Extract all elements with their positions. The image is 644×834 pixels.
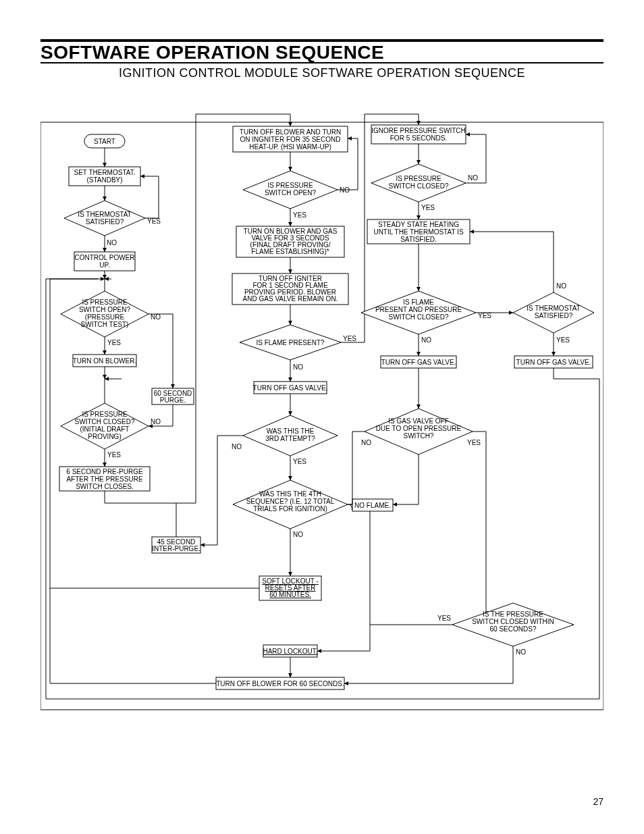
edge-no: NO [293,531,303,538]
node-ps60s-1: IS THE PRESSURE [483,610,543,618]
node-interpurge-2: INTER-PURGE. [152,545,200,552]
node-flame-ps-2: PRESENT AND PRESSURE [375,306,462,313]
node-ps-closed-b2: SWITCH CLOSED? [389,182,449,190]
node-ignore-2: FOR 5 SECONDS. [390,134,447,142]
node-purge60-2: PURGE. [160,396,186,404]
node-flame: IS FLAME PRESENT? [256,339,325,346]
page-subtitle: IGNITION CONTROL MODULE SOFTWARE OPERATI… [0,66,644,80]
node-ps-closed-3: (INITIAL DRAFT [80,425,130,433]
node-prepurge-1: 6 SECOND PRE-PURGE [66,468,143,475]
node-ctrlpu-1: CONTROL POWER [74,254,134,261]
node-offign-4: AND GAS VALVE REMAIN ON. [243,295,338,303]
edge-yes: YES [343,335,356,342]
edge-yes: YES [556,336,570,344]
edge-no: NO [151,313,161,321]
node-ps-closed-b1: IS PRESSURE [396,175,441,182]
node-th-sat-1: IS THERMOSTAT [78,211,131,218]
node-ps60s-2: SWITCH CLOSED WITHIN [472,618,554,625]
node-ps-open-b2: SWITCH OPEN? [265,189,317,197]
node-th-sat-2: SATISFIED? [86,218,124,226]
node-gasoff-ps-2: DUE TO OPEN PRESSURE [376,425,462,432]
node-offgas-c: TURN OFF GAS VALVE. [381,359,456,366]
node-igniter-1: TURN OFF BLOWER AND TURN [240,128,341,136]
node-offgas-b: TURN OFF GAS VALVE. [253,384,328,392]
node-igniter-2: ON INGNITER FOR 35 SECOND [240,136,341,143]
node-gasoff-ps-1: IS GAS VALVE OFF [388,417,449,425]
node-ps60s-3: 60 SECONDS? [490,625,537,633]
node-ps-open-2: SWITCH OPEN? [79,306,131,313]
node-softlock-3: 60 MINUTES. [269,591,311,598]
node-start: START [94,138,115,145]
edge-no: NO [556,282,566,290]
node-steady-2: UNTIL THE THERMOSTAT IS [373,228,463,236]
node-steady-1: STEADY STATE HEATING [378,221,459,228]
node-was3rd-2: 3RD ATTEMPT? [265,435,315,442]
edge-no: NO [232,443,242,450]
node-ignore-1: IGNORE PRESSURE SWITCH [371,127,465,134]
node-flame-ps-3: SWITCH CLOSED? [389,313,449,321]
node-blower60: TURN OFF BLOWER FOR 60 SECONDS. [216,680,344,687]
node-was4th-1: WAS THIS THE 4TH [259,490,321,498]
edge-no: NO [421,336,431,344]
node-gasoff-ps-3: SWITCH? [404,432,434,440]
node-offgas-d: TURN OFF GAS VALVE. [516,359,591,366]
node-gas3s-4: FLAME ESTABLISHING)* [251,248,329,255]
edge-no: NO [361,439,371,446]
edge-yes: YES [437,615,451,622]
node-noflame: NO FLAME. [354,502,391,509]
edge-yes: YES [107,339,121,346]
node-ps-open-b1: IS PRESSURE [267,182,313,189]
edge-no: NO [151,418,161,425]
node-set-thermostat-1: SET THERMOSTAT. [74,169,136,176]
edge-no: NO [468,174,478,182]
node-prepurge-3: SWITCH CLOSES. [76,483,134,490]
node-turn-on-blower: TURN ON BLOWER. [73,357,136,365]
node-ps-closed-1: IS PRESSURE [82,411,128,418]
node-th-sat-r2: SATISFIED? [535,312,573,319]
edge-yes: YES [478,312,491,319]
node-prepurge-2: AFTER THE PRESSURE [66,475,142,483]
edge-yes: YES [293,458,306,465]
node-was4th-3: TRIALS FOR IGNITION) [253,505,327,513]
node-ps-open-1: IS PRESSURE [82,298,128,306]
edge-yes: YES [107,451,121,459]
node-th-sat-r1: IS THERMOSTAT [527,305,580,312]
node-ps-open-3: (PRESSURE [85,313,125,321]
edge-yes: YES [421,204,435,211]
edge-yes: YES [467,439,481,446]
node-igniter-3: HEAT-UP. (HSI WARM-UP) [249,143,331,151]
node-ps-closed-2: SWITCH CLOSED? [75,418,135,425]
node-ps-open-4: SWITCH TEST) [81,321,129,328]
node-was3rd-1: WAS THIS THE [267,427,315,435]
node-set-thermostat-2: (STANDBY) [86,176,122,184]
edge-yes: YES [147,217,161,225]
edge-yes: YES [293,211,306,219]
edge-no: NO [293,363,303,371]
page-title: SOFTWARE OPERATION SEQUENCE [41,42,384,63]
node-ctrlpu-2: UP. [99,261,109,269]
node-was4th-2: SEQUENCE? (I.E. 12 TOTAL [246,498,335,505]
edge-no: NO [107,239,117,246]
node-flame-ps-1: IS FLAME [403,298,434,306]
node-steady-3: SATISFIED. [400,236,437,243]
node-hardlock: HARD LOCKOUT. [263,648,317,655]
node-ps-closed-4: PROVING) [88,433,121,440]
edge-no: NO [516,648,526,656]
page-number: 27 [593,796,603,807]
flowchart: START SET THERMOSTAT. (STANDBY) IS THERM… [41,105,603,712]
